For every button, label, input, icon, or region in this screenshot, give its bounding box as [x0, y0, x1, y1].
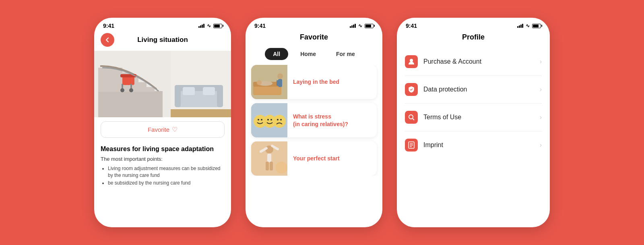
- wifi-icon-2: ∿: [358, 23, 362, 29]
- shield-icon: [408, 86, 415, 93]
- data-protection-icon: [405, 83, 418, 96]
- svg-rect-55: [410, 145, 413, 146]
- content-subtitle: The most important points:: [101, 156, 225, 162]
- svg-point-50: [410, 59, 413, 62]
- svg-rect-48: [270, 162, 273, 170]
- svg-point-41: [280, 119, 282, 120]
- svg-rect-4: [98, 87, 155, 92]
- card-image-1: [251, 65, 287, 99]
- imprint-icon: [405, 139, 418, 152]
- phones-container: 9:41 ∿ Living situation: [0, 0, 644, 245]
- bullet-item-1: Living room adjustment measures can be s…: [108, 165, 225, 179]
- page-title-2: Favorite: [246, 31, 382, 46]
- purchase-label: Purchase & Account: [423, 58, 540, 65]
- card-text-1: Laying in the bed: [287, 73, 345, 90]
- svg-point-27: [257, 80, 262, 85]
- svg-point-14: [129, 88, 133, 92]
- card-title-3: Your perfect start: [293, 155, 340, 162]
- svg-rect-19: [175, 85, 223, 91]
- battery-icon-1: [213, 24, 222, 28]
- signal-icon-3: [517, 24, 523, 28]
- card-thumb-1: [251, 65, 287, 99]
- card-text-3: Your perfect start: [287, 150, 345, 167]
- status-bar-1: 9:41 ∿: [94, 18, 231, 31]
- filter-tabs: All Home For me: [246, 46, 382, 65]
- svg-rect-44: [267, 154, 271, 162]
- card-image-3: [251, 141, 287, 176]
- menu-item-imprint[interactable]: Imprint ›: [405, 131, 542, 159]
- favorite-button[interactable]: Favorite ♡: [101, 121, 225, 138]
- status-icons-3: ∿: [517, 23, 541, 29]
- phone-living-situation: 9:41 ∿ Living situation: [94, 18, 231, 227]
- filter-home[interactable]: Home: [292, 48, 324, 60]
- svg-rect-31: [280, 80, 282, 86]
- svg-rect-3: [98, 91, 163, 117]
- time-2: 9:41: [254, 23, 266, 29]
- imprint-label: Imprint: [423, 141, 540, 149]
- svg-point-51: [409, 115, 413, 119]
- card-perfect-start[interactable]: Your perfect start: [251, 141, 377, 176]
- svg-point-49: [275, 162, 287, 174]
- svg-rect-20: [183, 87, 195, 95]
- card-title-2: What is stress(in caring relatives)?: [293, 113, 348, 127]
- status-bar-3: 9:41 ∿: [397, 18, 550, 31]
- svg-point-40: [277, 119, 279, 120]
- search-shield-icon: [408, 114, 415, 121]
- svg-rect-22: [171, 109, 231, 117]
- signal-icon-1: [198, 24, 204, 28]
- battery-icon-3: [532, 24, 541, 28]
- purchase-chevron: ›: [540, 58, 542, 65]
- menu-item-data-protection[interactable]: Data protection ›: [405, 76, 542, 104]
- card-title-1: Laying in the bed: [293, 78, 339, 85]
- bullet-list: Living room adjustment measures can be s…: [101, 165, 225, 187]
- menu-item-purchase[interactable]: Purchase & Account ›: [405, 48, 542, 76]
- stairlift-image: [94, 51, 231, 117]
- card-thumb-2: [251, 103, 287, 137]
- favorite-label: Favorite: [148, 126, 169, 133]
- nav-header-1: Living situation: [94, 31, 231, 51]
- data-protection-chevron: ›: [540, 86, 542, 93]
- menu-list: Purchase & Account › Data protection ›: [397, 48, 550, 159]
- cards-list: Laying in the bed: [246, 65, 382, 176]
- data-protection-label: Data protection: [423, 86, 540, 93]
- heart-icon: ♡: [172, 126, 178, 133]
- signal-icon-2: [350, 24, 356, 28]
- page-title-1: Living situation: [101, 36, 225, 44]
- svg-point-37: [267, 119, 269, 120]
- card-laying-in-bed[interactable]: Laying in the bed: [251, 65, 377, 99]
- svg-point-38: [270, 119, 272, 120]
- stairlift-svg: [94, 51, 231, 117]
- svg-line-52: [413, 118, 414, 120]
- phone-favorite: 9:41 ∿ Favorite All Home For me: [246, 18, 382, 227]
- svg-point-13: [120, 88, 124, 92]
- content-title: Measures for living space adaptation: [101, 145, 225, 154]
- hero-image: [94, 51, 231, 117]
- terms-chevron: ›: [540, 114, 542, 121]
- time-3: 9:41: [406, 23, 417, 29]
- content-section: Measures for living space adaptation The…: [94, 142, 231, 191]
- svg-point-35: [261, 119, 262, 120]
- status-bar-2: 9:41 ∿: [246, 18, 382, 31]
- terms-icon: [405, 111, 418, 124]
- terms-label: Terms of Use: [423, 114, 540, 121]
- imprint-chevron: ›: [540, 141, 542, 149]
- filter-all[interactable]: All: [265, 48, 288, 60]
- svg-rect-56: [410, 146, 412, 147]
- filter-for-me[interactable]: For me: [328, 48, 363, 60]
- person-icon: [408, 58, 415, 65]
- card-thumb-3: [251, 141, 287, 176]
- svg-rect-30: [277, 80, 279, 86]
- menu-item-terms[interactable]: Terms of Use ›: [405, 104, 542, 131]
- time-1: 9:41: [103, 23, 114, 29]
- svg-rect-47: [266, 162, 269, 170]
- battery-icon-2: [365, 24, 374, 28]
- svg-rect-16: [175, 89, 223, 107]
- svg-point-34: [258, 119, 259, 120]
- card-stress[interactable]: What is stress(in caring relatives)?: [251, 103, 377, 137]
- svg-rect-21: [203, 87, 215, 95]
- bullet-item-2: be subsidized by the nursing care fund: [108, 180, 225, 187]
- svg-point-28: [277, 73, 283, 79]
- profile-title: Profile: [397, 31, 550, 48]
- svg-rect-15: [171, 51, 231, 117]
- card-image-2: [251, 103, 287, 137]
